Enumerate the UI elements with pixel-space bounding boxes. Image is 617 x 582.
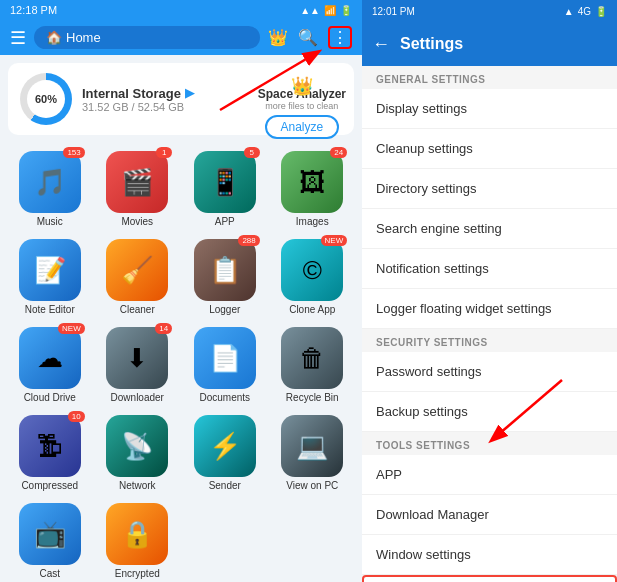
nav-icons: 👑 🔍 ⋮ [268,26,352,49]
app-item-cast[interactable]: 📺Cast [8,499,92,582]
cast-label: Cast [39,568,60,579]
right-top-nav: ← Settings [362,22,617,66]
app-icon-music: 153🎵 [19,151,81,213]
app-item-cleaner[interactable]: 🧹Cleaner [96,235,180,319]
app-icon-app: 5📱 [194,151,256,213]
documents-icon: 📄 [209,343,241,374]
crown-icon: 👑 [291,75,313,97]
home-button[interactable]: 🏠 Home [34,26,260,49]
more-options-icon[interactable]: ⋮ [328,26,352,49]
viewonpc-icon: 💻 [296,431,328,462]
settings-item-app[interactable]: APP [362,455,617,495]
right-battery-icon: 🔋 [595,6,607,17]
settings-item-recycle-bin[interactable]: Recycle Bin [362,575,617,582]
app-item-compressed[interactable]: 10🗜Compressed [8,411,92,495]
app-label: APP [215,216,235,227]
right-signal-icon: ▲ [564,6,574,17]
storage-arrow-icon: ▶ [185,86,194,100]
sender-label: Sender [209,480,241,491]
app-item-documents[interactable]: 📄Documents [183,323,267,407]
app-icon-recyclebin: 🗑 [281,327,343,389]
app-icon-viewonpc: 💻 [281,415,343,477]
back-button[interactable]: ← [372,34,390,55]
music-icon: 🎵 [34,167,66,198]
wifi-icon: 📶 [324,5,336,16]
app-item-viewonpc[interactable]: 💻View on PC [271,411,355,495]
recyclebin-icon: 🗑 [299,343,325,374]
app-item-music[interactable]: 153🎵Music [8,147,92,231]
app-icon-movies: 1🎬 [106,151,168,213]
settings-title: Settings [400,35,463,53]
music-label: Music [37,216,63,227]
logger-badge: 288 [238,235,259,246]
movies-label: Movies [121,216,153,227]
app-item-cloneapp[interactable]: NEW©Clone App [271,235,355,319]
app-item-movies[interactable]: 1🎬Movies [96,147,180,231]
settings-item-password-settings[interactable]: Password settings [362,352,617,392]
home-label: Home [66,30,101,45]
downloader-label: Downloader [111,392,164,403]
settings-item-search-engine-setting[interactable]: Search engine setting [362,209,617,249]
right-time: 12:01 PM [372,6,415,17]
clouddrive-badge: NEW [58,323,85,334]
app-item-recyclebin[interactable]: 🗑Recycle Bin [271,323,355,407]
search-nav-icon[interactable]: 🔍 [298,28,318,47]
app-item-noteeditor[interactable]: 📝Note Editor [8,235,92,319]
right-status-bar: 12:01 PM ▲ 4G 🔋 [362,0,617,22]
sender-icon: ⚡ [209,431,241,462]
right-panel: 12:01 PM ▲ 4G 🔋 ← Settings GENERAL SETTI… [362,0,617,582]
app-item-logger[interactable]: 288📋Logger [183,235,267,319]
section-header-general-settings: GENERAL SETTINGS [362,66,617,89]
space-analyzer: 👑 Space Analyzer more files to clean Ana… [258,69,346,139]
app-item-network[interactable]: 📡Network [96,411,180,495]
settings-list: GENERAL SETTINGSDisplay settingsCleanup … [362,66,617,582]
cast-icon: 📺 [34,519,66,550]
left-time: 12:18 PM [10,4,57,16]
signal-icon: ▲▲ [300,5,320,16]
app-icon-compressed: 10🗜 [19,415,81,477]
images-label: Images [296,216,329,227]
settings-item-display-settings[interactable]: Display settings [362,89,617,129]
app-item-images[interactable]: 24🖼Images [271,147,355,231]
settings-item-window-settings[interactable]: Window settings [362,535,617,575]
music-badge: 153 [63,147,84,158]
movies-badge: 1 [156,147,172,158]
clouddrive-label: Cloud Drive [24,392,76,403]
settings-item-directory-settings[interactable]: Directory settings [362,169,617,209]
settings-item-cleanup-settings[interactable]: Cleanup settings [362,129,617,169]
storage-banner: 60% Internal Storage ▶ 31.52 GB / 52.54 … [8,63,354,135]
downloader-badge: 14 [155,323,172,334]
left-status-bar: 12:18 PM ▲▲ 📶 🔋 [0,0,362,20]
app-icon-cleaner: 🧹 [106,239,168,301]
logger-icon: 📋 [209,255,241,286]
app-item-app[interactable]: 5📱APP [183,147,267,231]
app-icon-noteeditor: 📝 [19,239,81,301]
app-item-downloader[interactable]: 14⬇Downloader [96,323,180,407]
compressed-icon: 🗜 [37,431,63,462]
crown-nav-icon[interactable]: 👑 [268,28,288,47]
settings-item-logger-floating-widget-settings[interactable]: Logger floating widget settings [362,289,617,329]
settings-item-notification-settings[interactable]: Notification settings [362,249,617,289]
noteeditor-label: Note Editor [25,304,75,315]
network-label: Network [119,480,156,491]
downloader-icon: ⬇ [126,343,148,374]
cleaner-label: Cleaner [120,304,155,315]
clouddrive-icon: ☁ [37,343,63,374]
app-item-clouddrive[interactable]: NEW☁Cloud Drive [8,323,92,407]
logger-label: Logger [209,304,240,315]
app-item-encrypted[interactable]: 🔒Encrypted [96,499,180,582]
app-icon-downloader: 14⬇ [106,327,168,389]
app-icon-network: 📡 [106,415,168,477]
analyze-button[interactable]: Analyze [265,115,340,139]
right-status-icons: ▲ 4G 🔋 [564,6,607,17]
hamburger-icon[interactable]: ☰ [10,27,26,49]
section-header-tools-settings: TOOLS SETTINGS [362,432,617,455]
app-item-sender[interactable]: ⚡Sender [183,411,267,495]
right-panel-container: 12:01 PM ▲ 4G 🔋 ← Settings GENERAL SETTI… [362,0,617,582]
settings-item-download-manager[interactable]: Download Manager [362,495,617,535]
settings-item-backup-settings[interactable]: Backup settings [362,392,617,432]
viewonpc-label: View on PC [286,480,338,491]
documents-label: Documents [199,392,250,403]
app-badge: 5 [244,147,260,158]
compressed-badge: 10 [68,411,85,422]
